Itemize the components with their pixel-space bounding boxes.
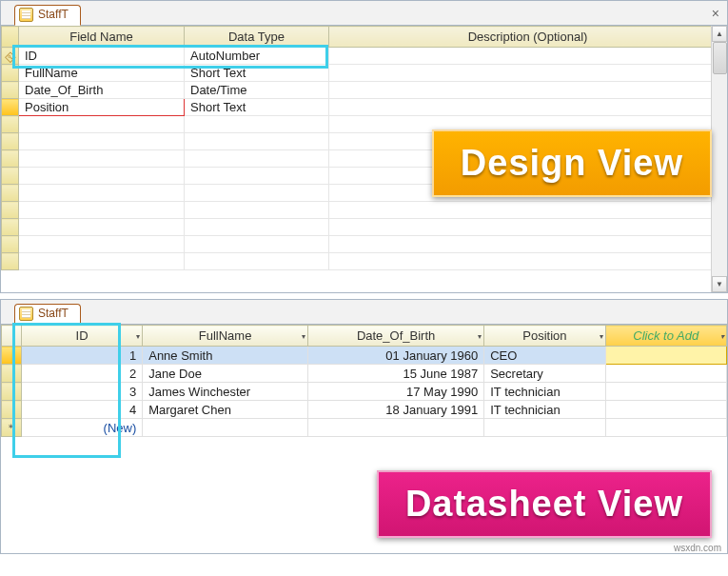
cell-dob[interactable] [307,419,483,437]
table-icon [19,8,33,22]
cell-id[interactable]: 3 [21,383,142,401]
cell-position[interactable] [484,419,605,437]
data-type-cell[interactable]: Short Text [185,99,329,116]
datasheet-col-position[interactable]: Position▾ [484,326,605,347]
datasheet-view-panel: StaffT ID▾ FullName▾ Date_Of_Birth▾ Posi… [0,299,728,554]
cell-new[interactable] [605,365,726,383]
design-row-empty[interactable] [2,219,727,236]
description-cell[interactable] [329,48,727,65]
cell-id[interactable]: 2 [21,365,142,383]
row-selector[interactable] [2,99,19,116]
row-selector[interactable] [2,347,22,365]
design-tab-label: StaffT [38,8,69,21]
table-icon [19,307,33,321]
datasheet-view-callout: Datasheet View [377,470,712,538]
cell-dob[interactable]: 18 January 1991 [307,401,483,419]
cell-name[interactable] [143,419,308,437]
design-vertical-scrollbar[interactable]: ▲ ▼ [711,26,727,292]
close-icon[interactable]: × [712,7,719,20]
data-type-cell[interactable]: Date/Time [185,82,329,99]
design-col-fieldname[interactable]: Field Name [19,27,185,48]
datasheet-col-fullname[interactable]: FullName▾ [143,326,308,347]
row-selector[interactable] [2,365,22,383]
design-row[interactable]: Position Short Text [2,99,727,116]
description-cell[interactable] [329,65,727,82]
chevron-down-icon[interactable]: ▾ [478,331,482,340]
design-row[interactable]: Date_Of_Birth Date/Time [2,82,727,99]
datasheet-grid: ID▾ FullName▾ Date_Of_Birth▾ Position▾ C… [1,325,727,553]
datasheet-tab-bar: StaffT [1,300,727,325]
description-cell[interactable] [329,82,727,99]
design-view-callout: Design View [432,129,712,197]
row-selector[interactable] [2,82,19,99]
primary-key-icon: ⚿ [3,50,17,64]
cell-name[interactable]: Margaret Chen [143,401,308,419]
row-selector-new[interactable]: ＊ [2,419,22,437]
design-tab[interactable]: StaffT [14,5,81,26]
cell-id-new[interactable]: (New) [21,419,142,437]
cell-name[interactable]: Jane Doe [143,365,308,383]
cell-position[interactable]: IT technician [484,383,605,401]
field-name-cell[interactable]: ID [19,48,185,65]
datasheet-col-id[interactable]: ID▾ [21,326,142,347]
chevron-down-icon[interactable]: ▾ [600,331,603,340]
field-name-cell[interactable]: Position [19,99,185,116]
new-row-icon: ＊ [6,422,16,433]
data-type-cell[interactable]: AutoNumber [185,48,329,65]
cell-id[interactable]: 1 [21,347,142,365]
watermark: wsxdn.com [674,543,721,553]
cell-id[interactable]: 4 [21,401,142,419]
row-selector[interactable] [2,401,22,419]
datasheet-row[interactable]: 1 Anne Smith 01 January 1960 CEO [2,347,727,365]
datasheet-col-dob[interactable]: Date_Of_Birth▾ [307,326,483,347]
cell-position[interactable]: Secretary [484,365,605,383]
cell-new[interactable] [605,347,726,365]
datasheet-tab[interactable]: StaffT [14,304,81,325]
cell-new[interactable] [605,419,726,437]
row-selector[interactable]: ⚿ [2,48,19,65]
scroll-down-icon[interactable]: ▼ [712,276,727,292]
design-row-empty[interactable] [2,253,727,270]
design-row[interactable]: FullName Short Text [2,65,727,82]
field-name-cell[interactable]: Date_Of_Birth [19,82,185,99]
design-row[interactable]: ⚿ ID AutoNumber [2,48,727,65]
cell-name[interactable]: James Winchester [143,383,308,401]
datasheet-row[interactable]: 3 James Winchester 17 May 1990 IT techni… [2,383,727,401]
cell-dob[interactable]: 01 January 1960 [307,347,483,365]
design-view-panel: StaffT × Field Name Data Type Descriptio… [0,0,728,293]
design-grid: Field Name Data Type Description (Option… [1,26,727,292]
design-row-empty[interactable] [2,236,727,253]
cell-new[interactable] [605,401,726,419]
design-corner-cell[interactable] [2,27,19,48]
chevron-down-icon[interactable]: ▾ [136,331,140,340]
scroll-up-icon[interactable]: ▲ [712,26,727,42]
datasheet-row[interactable]: 4 Margaret Chen 18 January 1991 IT techn… [2,401,727,419]
datasheet-table[interactable]: ID▾ FullName▾ Date_Of_Birth▾ Position▾ C… [1,325,727,437]
design-row-empty[interactable] [2,202,727,219]
design-tab-bar: StaffT × [1,1,727,26]
field-name-cell[interactable]: FullName [19,65,185,82]
row-selector[interactable] [2,65,19,82]
datasheet-row[interactable]: 2 Jane Doe 15 June 1987 Secretary [2,365,727,383]
datasheet-tab-label: StaffT [38,307,69,320]
description-cell[interactable] [329,99,727,116]
row-selector[interactable] [2,383,22,401]
chevron-down-icon[interactable]: ▾ [720,331,724,340]
design-col-description[interactable]: Description (Optional) [329,27,727,48]
data-type-cell[interactable]: Short Text [185,65,329,82]
cell-new[interactable] [605,383,726,401]
datasheet-corner-cell[interactable] [2,326,22,347]
cell-name[interactable]: Anne Smith [143,347,308,365]
datasheet-click-to-add[interactable]: Click to Add▾ [605,326,726,347]
scroll-thumb[interactable] [713,42,727,74]
cell-dob[interactable]: 15 June 1987 [307,365,483,383]
datasheet-new-row[interactable]: ＊ (New) [2,419,727,437]
cell-position[interactable]: CEO [484,347,605,365]
cell-dob[interactable]: 17 May 1990 [307,383,483,401]
design-col-datatype[interactable]: Data Type [185,27,329,48]
cell-position[interactable]: IT technician [484,401,605,419]
chevron-down-icon[interactable]: ▾ [302,331,305,340]
